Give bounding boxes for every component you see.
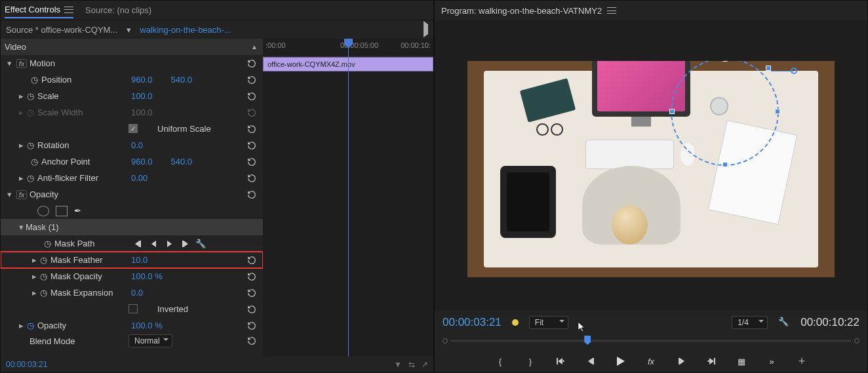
stopwatch-icon[interactable]: ◷ [26, 141, 35, 150]
mask-expansion-row[interactable]: ▸ ◷ Mask Expansion 0.0 [1, 285, 263, 301]
video-header-row[interactable]: Video ▲ [1, 39, 263, 55]
twisty-icon[interactable]: ▸ [16, 321, 26, 330]
mask-opacity-row[interactable]: ▸ ◷ Mask Opacity 100.0 % [1, 268, 263, 285]
stopwatch-icon[interactable]: ◷ [26, 92, 35, 101]
reset-button[interactable] [246, 287, 258, 299]
lift-icon[interactable]: ▦ [736, 355, 747, 367]
go-to-in-icon[interactable]: • [555, 355, 566, 367]
twisty-icon[interactable]: ▸ [30, 272, 39, 281]
pen-mask-icon[interactable]: ✒ [74, 206, 81, 216]
add-button[interactable]: + [796, 355, 808, 367]
antiflicker-value[interactable]: 0.00 [131, 173, 148, 183]
mask-opacity-value[interactable]: 100.0 % [131, 271, 163, 281]
scrub-track[interactable] [450, 340, 852, 342]
reset-button[interactable] [246, 189, 258, 201]
rotation-row[interactable]: ▸ ◷ Rotation 0.0 [1, 137, 263, 153]
stopwatch-icon[interactable]: ◷ [43, 239, 52, 248]
reset-button[interactable] [246, 254, 258, 266]
stopwatch-active-icon[interactable]: ◷ [26, 321, 35, 330]
position-row[interactable]: ◷ Position 960.0540.0 [1, 71, 263, 88]
fx-badge-icon[interactable]: fx [16, 59, 27, 68]
reset-button[interactable] [246, 90, 258, 102]
rectangle-mask-icon[interactable] [56, 206, 68, 216]
reset-button[interactable] [246, 335, 258, 347]
twisty-icon[interactable]: ▸ [30, 288, 39, 298]
reset-button[interactable] [246, 271, 258, 283]
reset-button[interactable] [246, 74, 258, 86]
mark-in-icon[interactable]: { [494, 355, 506, 367]
program-viewer[interactable] [435, 20, 867, 311]
step-forward-icon[interactable] [675, 355, 687, 367]
twisty-icon[interactable]: ▸ [16, 174, 26, 183]
twisty-icon[interactable]: ▸ [16, 141, 26, 150]
stopwatch-icon[interactable]: ◷ [26, 174, 35, 183]
source-dropdown-icon[interactable]: ▾ [124, 25, 133, 34]
current-timecode[interactable]: 00:00:03:21 [443, 316, 502, 329]
stopwatch-icon[interactable]: ◷ [39, 256, 48, 265]
mask-expansion-value[interactable]: 0.0 [131, 288, 143, 298]
stopwatch-icon[interactable]: ◷ [30, 75, 39, 85]
panel-menu-icon[interactable] [64, 7, 73, 13]
reset-button[interactable] [246, 156, 258, 168]
share-icon[interactable]: ↗ [422, 360, 428, 369]
play-button[interactable] [615, 355, 627, 367]
inverted-row[interactable]: Inverted [1, 301, 263, 317]
scrub-playhead[interactable] [584, 336, 591, 345]
stopwatch-icon[interactable]: ◷ [30, 157, 39, 167]
status-dot-icon[interactable] [512, 319, 519, 326]
twisty-icon[interactable]: ▾ [5, 190, 14, 199]
program-scrub-bar[interactable] [443, 334, 859, 347]
mask-path-row[interactable]: ◷ Mask Path 🔧 [1, 235, 263, 252]
settings-icon[interactable]: 🔧 [778, 317, 790, 328]
position-x-value[interactable]: 960.0 [131, 75, 153, 85]
rotation-value[interactable]: 0.0 [131, 140, 143, 150]
collapse-icon[interactable]: ▲ [251, 43, 258, 50]
source-clip-label[interactable]: Source * office-work-CQYM... [6, 25, 117, 35]
opacity-value[interactable]: 100.0 % [131, 321, 163, 330]
effect-controls-tab[interactable]: Effect Controls [5, 2, 73, 18]
motion-row[interactable]: ▾ fx Motion [1, 55, 263, 71]
blend-mode-dropdown[interactable]: Normal [128, 334, 172, 347]
fx-badge-icon[interactable]: fx [16, 190, 27, 199]
filter-icon[interactable]: ▼ [394, 360, 402, 369]
in-point-icon[interactable] [443, 338, 448, 344]
mask-feather-value[interactable]: 10.0 [131, 255, 148, 265]
anchor-point-row[interactable]: ◷ Anchor Point 960.0540.0 [1, 153, 263, 170]
resolution-dropdown[interactable]: 1/4 [732, 316, 768, 329]
anchor-x-value[interactable]: 960.0 [131, 157, 153, 167]
mask-handle-top[interactable] [722, 61, 728, 62]
reset-button[interactable] [246, 320, 258, 332]
source-monitor-tab[interactable]: Source: (no clips) [85, 3, 151, 18]
out-point-icon[interactable] [854, 338, 859, 344]
twisty-icon[interactable]: ▾ [16, 223, 26, 232]
stopwatch-icon[interactable]: ◷ [39, 272, 48, 281]
track-forward-icon[interactable] [163, 238, 175, 250]
footer-timecode[interactable]: 00:00:03:21 [6, 360, 47, 369]
mask-feather-row[interactable]: ▸ ◷ Mask Feather 10.0 [1, 252, 263, 268]
sequence-link[interactable]: walking-on-the-beach-... [140, 25, 231, 35]
blend-mode-row[interactable]: Blend Mode Normal [1, 334, 263, 348]
reset-button[interactable] [246, 123, 258, 135]
twisty-icon[interactable]: ▸ [30, 256, 39, 265]
mark-out-icon[interactable]: } [524, 355, 536, 367]
mask-outline[interactable] [671, 61, 779, 166]
inverted-checkbox[interactable] [128, 304, 138, 313]
scale-row[interactable]: ▸ ◷ Scale 100.0 [1, 88, 263, 104]
go-to-out-icon[interactable]: • [705, 355, 717, 367]
panel-menu-icon[interactable] [607, 7, 616, 14]
step-back-icon[interactable] [585, 355, 597, 367]
scale-value[interactable]: 100.0 [131, 91, 153, 101]
twisty-icon[interactable]: ▸ [16, 92, 26, 101]
anchor-y-value[interactable]: 540.0 [171, 157, 193, 167]
mask-handle-bottom[interactable] [722, 162, 728, 167]
fx-toggle-icon[interactable]: fx [645, 355, 657, 367]
stopwatch-icon[interactable]: ◷ [39, 288, 48, 298]
mask-handle-left[interactable] [669, 109, 675, 114]
track-back-one-icon[interactable] [132, 238, 144, 250]
reset-button[interactable] [246, 172, 258, 184]
antiflicker-row[interactable]: ▸ ◷ Anti-flicker Filter 0.00 [1, 170, 263, 186]
opacity-row[interactable]: ▾ fx Opacity [1, 186, 263, 203]
reset-button[interactable] [246, 58, 258, 69]
track-forward-one-icon[interactable] [179, 238, 191, 250]
uniform-scale-checkbox[interactable] [128, 124, 138, 133]
